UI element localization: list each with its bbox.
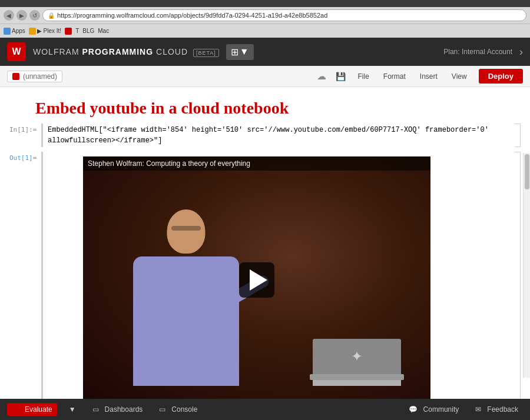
apps-bookmark-icon <box>4 28 11 35</box>
feedback-icon: ✉ <box>475 405 481 414</box>
community-button[interactable]: 💬 Community <box>404 403 464 416</box>
cell-output-content: Stephen Wolfram: Computing a theory of e… <box>41 152 515 399</box>
scrollbar[interactable] <box>523 153 530 378</box>
bookmark-wolfram[interactable] <box>65 28 72 35</box>
laptop-figure: ✦ <box>313 339 401 386</box>
console-icon: ▭ <box>159 405 165 414</box>
title-cloud: CLOUD <box>156 47 188 56</box>
video-title-overlay: Stephen Wolfram: Computing a theory of e… <box>83 156 430 171</box>
wolfram-logo: W <box>7 42 26 61</box>
bookmark-blg-label: BLG <box>82 28 94 34</box>
plex-bookmark-icon <box>29 28 36 35</box>
bookmark-plex-label: ▶ Plex It! <box>37 28 61 34</box>
scroll-thumb[interactable] <box>525 154 529 189</box>
notebook-title-text: Embed youtube in a cloud notebook <box>35 99 495 118</box>
bookmarks-bar: Apps ▶ Plex It! T BLG Mac <box>0 24 530 38</box>
cell-bracket <box>515 124 521 147</box>
header-right: Plan: Internal Account <box>443 48 512 56</box>
bookmark-blg[interactable]: BLG <box>82 28 94 34</box>
title-wolfram: WOLFRAM <box>33 47 80 56</box>
cell-input-content[interactable]: EmbeddedHTML["<iframe width='854' height… <box>41 124 515 147</box>
bottom-bar: Evaluate ▼ ▭ Dashboards ▭ Console 💬 Comm… <box>0 399 530 420</box>
wolfram-bookmark-icon <box>65 28 72 35</box>
cell-code-text: EmbeddedHTML["<iframe width='854' height… <box>48 126 489 145</box>
view-menu-button[interactable]: View <box>449 71 469 82</box>
output-cell-bracket <box>515 152 521 399</box>
save-icon[interactable]: 💾 <box>336 72 346 81</box>
feedback-button[interactable]: ✉ Feedback <box>471 403 523 416</box>
person-body <box>133 256 239 386</box>
refresh-button[interactable]: ↺ <box>29 10 40 21</box>
evaluate-icon <box>12 406 19 413</box>
evaluate-button[interactable]: Evaluate <box>7 403 57 416</box>
deploy-button[interactable]: Deploy <box>479 69 523 84</box>
app-header: W WOLFRAM PROGRAMMING CLOUD [BETA] ⊞ ▼ P… <box>0 38 530 66</box>
forward-button[interactable]: ▶ <box>16 10 27 21</box>
bookmark-mac[interactable]: Mac <box>98 28 109 34</box>
address-bar[interactable]: 🔒 https://programming.wolframcloud.com/a… <box>42 9 526 21</box>
grid-dropdown-icon: ▼ <box>240 46 249 57</box>
app-title: WOLFRAM PROGRAMMING CLOUD [BETA] <box>33 47 219 56</box>
dashboards-button[interactable]: ▭ Dashboards <box>88 403 148 416</box>
title-programming: PROGRAMMING <box>82 47 153 56</box>
person-figure <box>112 209 260 386</box>
notebook-content: Embed youtube in a cloud notebook In[1]:… <box>0 87 530 399</box>
play-triangle-icon <box>250 269 267 291</box>
file-menu-button[interactable]: File <box>355 71 371 82</box>
evaluate-dropdown-button[interactable]: ▼ <box>64 403 81 416</box>
input-cell-row: In[1]:= EmbeddedHTML["<iframe width='854… <box>0 124 530 147</box>
embedded-video[interactable]: Stephen Wolfram: Computing a theory of e… <box>83 156 430 399</box>
bookmark-icon-T: T <box>75 28 79 34</box>
lock-icon: 🔒 <box>48 12 55 19</box>
notebook-status-dot <box>12 73 19 80</box>
back-button[interactable]: ◀ <box>4 10 14 21</box>
notebook-name-label: (unnamed) <box>23 72 57 81</box>
browser-toolbar: ◀ ▶ ↺ 🔒 https://programming.wolframcloud… <box>0 7 530 24</box>
bookmark-generic-1[interactable]: T <box>75 28 79 34</box>
person-head <box>167 209 206 254</box>
grid-button[interactable]: ⊞ ▼ <box>226 44 254 60</box>
video-title-text: Stephen Wolfram: Computing a theory of e… <box>88 159 250 168</box>
notebook-toolbar: (unnamed) ☁ 💾 File Format Insert View De… <box>0 66 530 87</box>
browser-chrome <box>0 0 530 7</box>
bookmark-mac-label: Mac <box>98 28 109 34</box>
plan-label: Plan: Internal Account <box>443 48 512 56</box>
url-text: https://programming.wolframcloud.com/app… <box>57 12 327 19</box>
insert-menu-button[interactable]: Insert <box>418 71 440 82</box>
grid-icon: ⊞ <box>231 46 238 58</box>
dashboards-icon: ▭ <box>92 405 99 414</box>
bookmark-plex[interactable]: ▶ Plex It! <box>29 28 61 35</box>
bookmark-apps[interactable]: Apps <box>4 28 25 35</box>
arrow-right-icon[interactable]: › <box>519 46 523 58</box>
bookmark-apps-label: Apps <box>12 28 25 34</box>
cloud-save-icon[interactable]: ☁ <box>317 71 326 82</box>
laptop-logo-icon: ✦ <box>351 348 363 365</box>
beta-badge: [BETA] <box>193 49 219 57</box>
community-icon: 💬 <box>409 405 418 414</box>
person-glasses <box>171 226 201 231</box>
cell-out-label: Out[1]= <box>9 152 39 162</box>
video-player[interactable]: Stephen Wolfram: Computing a theory of e… <box>83 156 430 399</box>
output-cell-row: Out[1]= <box>0 152 530 399</box>
notebook-title-area: Embed youtube in a cloud notebook <box>0 87 530 124</box>
format-menu-button[interactable]: Format <box>381 71 408 82</box>
play-button[interactable] <box>239 262 274 298</box>
laptop-base <box>310 374 404 380</box>
cell-in-label: In[1]:= <box>9 124 39 134</box>
notebook-name-field[interactable]: (unnamed) <box>7 71 62 82</box>
console-button[interactable]: ▭ Console <box>154 403 202 416</box>
